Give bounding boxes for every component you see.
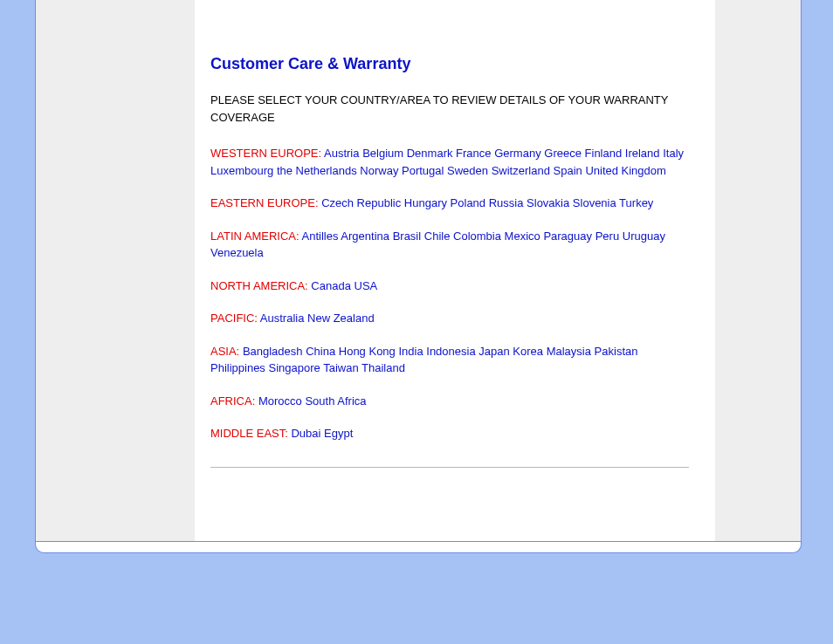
region-label: ASIA:	[210, 345, 239, 358]
country-link[interactable]: Greece	[544, 147, 582, 160]
country-link[interactable]: Luxembourg	[210, 164, 273, 177]
country-link[interactable]: Germany	[494, 147, 540, 160]
country-link[interactable]: Thailand	[361, 361, 405, 374]
country-link[interactable]: Czech Republic	[321, 196, 401, 209]
region-block: ASIA: Bangladesh China Hong Kong India I…	[210, 343, 689, 377]
country-link[interactable]: Poland	[451, 196, 485, 209]
country-link[interactable]: Belgium	[362, 147, 403, 160]
country-link[interactable]: Morocco	[258, 394, 302, 408]
region-label: MIDDLE EAST:	[210, 427, 288, 440]
country-link[interactable]: France	[456, 147, 491, 160]
country-link[interactable]: Australia	[260, 312, 305, 325]
region-label: AFRICA:	[210, 394, 255, 408]
country-link[interactable]: India	[398, 345, 423, 358]
country-link[interactable]: Japan	[478, 345, 509, 358]
country-link[interactable]: Slovenia	[573, 196, 616, 209]
country-link[interactable]: Switzerland	[492, 164, 550, 177]
country-link[interactable]: China	[306, 345, 335, 358]
region-block: MIDDLE EAST: Dubai Egypt	[210, 425, 689, 442]
country-link[interactable]: Bangladesh	[243, 345, 303, 358]
region-label: PACIFIC:	[210, 312, 258, 325]
country-link[interactable]: Chile	[424, 230, 451, 243]
page-title: Customer Care & Warranty	[210, 52, 689, 76]
country-link[interactable]: Hong Kong	[339, 345, 396, 358]
region-label: LATIN AMERICA:	[210, 230, 299, 243]
country-link[interactable]: Finland	[585, 147, 623, 160]
country-link[interactable]: Singapore	[269, 361, 320, 374]
country-link[interactable]: Slovakia	[527, 196, 569, 209]
left-sidebar	[36, 0, 195, 541]
footer-divider	[36, 541, 801, 542]
country-link[interactable]: Canada	[311, 279, 351, 292]
country-link[interactable]: United Kingdom	[585, 164, 666, 177]
country-link[interactable]: Hungary	[404, 196, 447, 209]
region-label: EASTERN EUROPE:	[210, 196, 319, 209]
country-link[interactable]: Mexico	[505, 230, 540, 243]
country-link[interactable]: Paraguay	[543, 230, 592, 243]
region-block: AFRICA: Morocco South Africa	[210, 393, 689, 410]
country-link[interactable]: Indonesia	[426, 345, 475, 358]
country-link[interactable]: Malaysia	[547, 345, 591, 358]
region-label: NORTH AMERICA:	[210, 279, 308, 292]
country-link[interactable]: Russia	[489, 196, 524, 209]
country-link[interactable]: South Africa	[305, 394, 366, 408]
region-label: WESTERN EUROPE:	[210, 147, 321, 160]
country-link[interactable]: Uruguay	[623, 230, 665, 243]
region-block: NORTH AMERICA: Canada USA	[210, 277, 689, 295]
country-link[interactable]: Sweden	[447, 164, 488, 177]
country-link[interactable]: the Netherlands	[277, 164, 357, 177]
country-link[interactable]: Austria	[324, 147, 359, 160]
country-link[interactable]: Korea	[513, 345, 543, 358]
region-block: EASTERN EUROPE: Czech Republic Hungary P…	[210, 195, 689, 212]
country-link[interactable]: Venezuela	[210, 246, 264, 259]
country-link[interactable]: Dubai	[291, 427, 320, 440]
region-block: PACIFIC: Australia New Zealand	[210, 310, 689, 327]
country-link[interactable]: Italy	[663, 147, 684, 160]
region-block: WESTERN EUROPE: Austria Belgium Denmark …	[210, 145, 689, 179]
country-link[interactable]: Taiwan	[323, 361, 358, 374]
country-link[interactable]: Norway	[360, 164, 398, 177]
country-link[interactable]: New Zealand	[307, 312, 375, 325]
instructions-text: PLEASE SELECT YOUR COUNTRY/AREA TO REVIE…	[210, 92, 689, 126]
country-link[interactable]: Argentina	[341, 230, 389, 243]
page-card: Customer Care & Warranty PLEASE SELECT Y…	[35, 0, 802, 553]
country-link[interactable]: Denmark	[407, 147, 453, 160]
main-content: Customer Care & Warranty PLEASE SELECT Y…	[210, 52, 689, 473]
country-link[interactable]: Colombia	[453, 230, 501, 243]
country-link[interactable]: Ireland	[625, 147, 660, 160]
content-divider	[210, 467, 689, 468]
country-link[interactable]: Philippines	[210, 361, 265, 374]
country-link[interactable]: Peru	[595, 230, 619, 243]
country-link[interactable]: Brasil	[393, 230, 422, 243]
region-block: LATIN AMERICA: Antilles Argentina Brasil…	[210, 228, 689, 262]
country-link[interactable]: USA	[355, 279, 378, 292]
country-link[interactable]: Antilles	[302, 230, 339, 243]
right-sidebar	[715, 0, 801, 541]
country-link[interactable]: Pakistan	[595, 345, 638, 358]
regions-container: WESTERN EUROPE: Austria Belgium Denmark …	[210, 145, 689, 442]
country-link[interactable]: Turkey	[619, 196, 653, 209]
country-link[interactable]: Portugal	[402, 164, 444, 177]
country-link[interactable]: Egypt	[324, 427, 353, 440]
country-link[interactable]: Spain	[554, 164, 582, 177]
